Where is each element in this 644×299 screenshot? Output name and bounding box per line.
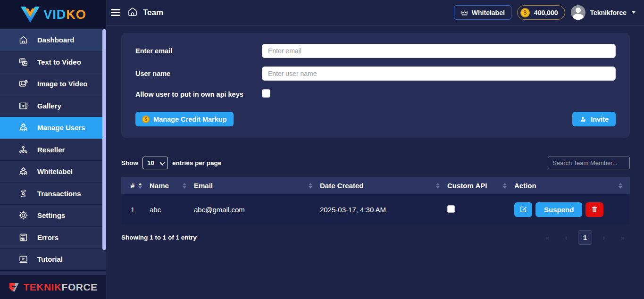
pagination-next[interactable]: › xyxy=(597,230,611,245)
sort-icon[interactable] xyxy=(619,183,622,189)
sidebar-nav: Dashboard Text to Video Image to Video G… xyxy=(0,29,106,275)
sidebar-item-label: Gallery xyxy=(37,102,61,110)
trash-icon xyxy=(591,206,598,213)
coin-icon: $ xyxy=(520,8,530,17)
gallery-icon xyxy=(18,100,28,111)
column-header-num[interactable]: # xyxy=(131,177,150,194)
tutorial-icon xyxy=(18,254,28,265)
delete-button[interactable] xyxy=(585,202,603,217)
pagination-prev[interactable]: ‹ xyxy=(559,230,573,245)
whitelabel-button[interactable]: Whitelabel xyxy=(454,5,511,20)
teknikforce-logo[interactable]: TEKNIKFORCE xyxy=(0,275,106,299)
invite-button[interactable]: Invite xyxy=(572,112,616,126)
page-size-select[interactable]: 10 xyxy=(142,157,168,169)
errors-icon xyxy=(18,232,28,242)
column-header-custom-api[interactable]: Custom API xyxy=(447,177,514,194)
column-header-email[interactable]: Email xyxy=(194,177,320,194)
email-label: Enter email xyxy=(135,47,262,55)
sidebar-item-image-to-video[interactable]: Image to Video xyxy=(0,73,106,95)
sidebar-item-label: Dashboard xyxy=(37,36,74,44)
sidebar-item-reseller[interactable]: Reseller xyxy=(0,139,106,161)
vidko-logo-icon xyxy=(20,6,41,24)
user-name: Teknikforce xyxy=(590,9,627,17)
api-keys-label: Allow user to put in own api keys xyxy=(135,91,262,98)
custom-api-checkbox[interactable] xyxy=(447,205,455,213)
hamburger-menu-icon[interactable] xyxy=(111,9,120,16)
credits-amount: 400,000 xyxy=(534,9,558,17)
sidebar-item-tutorial[interactable]: Tutorial xyxy=(0,249,106,271)
sidebar-item-manage-users[interactable]: Manage Users xyxy=(0,117,106,139)
manage-users-icon xyxy=(18,123,28,133)
show-label: Show xyxy=(121,159,138,166)
invite-button-label: Invite xyxy=(591,116,609,123)
column-header-date-created[interactable]: Date Created xyxy=(320,177,447,194)
suspend-button[interactable]: Suspend xyxy=(535,202,582,217)
pagination-page-1[interactable]: 1 xyxy=(578,230,592,245)
settings-gear-icon xyxy=(18,210,28,221)
table-footer: Showing 1 to 1 of 1 entry « ‹ 1 › » xyxy=(121,230,630,245)
username-field[interactable] xyxy=(262,66,616,81)
edit-button[interactable] xyxy=(514,202,532,217)
column-header-name[interactable]: Name xyxy=(150,177,194,194)
manage-credit-markup-label: Manage Credit Markup xyxy=(153,116,227,123)
api-keys-checkbox[interactable] xyxy=(262,89,270,98)
sidebar-item-gallery[interactable]: Gallery xyxy=(0,95,106,117)
pagination-last[interactable]: » xyxy=(616,230,630,245)
sort-icon[interactable] xyxy=(183,183,186,189)
main-area: Team Whitelabel $ 400,000 Teknikforce En… xyxy=(106,0,644,299)
chevron-down-icon xyxy=(632,11,636,14)
edit-pencil-icon xyxy=(519,206,527,213)
team-table: # Name Email Date Created Custom API xyxy=(121,177,630,224)
column-header-action[interactable]: Action xyxy=(514,177,630,194)
suspend-button-label: Suspend xyxy=(544,206,574,214)
table-controls: Show 10 entries per page xyxy=(121,157,630,169)
row-email: abc@gmail.com xyxy=(194,206,320,214)
search-input[interactable] xyxy=(548,157,630,169)
credits-badge[interactable]: $ 400,000 xyxy=(517,5,566,20)
entries-summary: Showing 1 to 1 of 1 entry xyxy=(121,234,197,241)
sidebar-item-label: Image to Video xyxy=(37,80,87,88)
sidebar-item-whitelabel[interactable]: Whitelabel xyxy=(0,161,106,183)
sidebar-item-label: Settings xyxy=(37,211,65,219)
sidebar-item-settings[interactable]: Settings xyxy=(0,205,106,227)
home-icon xyxy=(18,35,28,45)
sidebar-item-errors[interactable]: Errors xyxy=(0,227,106,249)
avatar xyxy=(571,5,585,20)
person-add-icon xyxy=(579,116,587,123)
sort-icon[interactable] xyxy=(309,183,312,189)
page-title: Team xyxy=(143,8,163,17)
pagination-first[interactable]: « xyxy=(540,230,554,245)
sort-icon[interactable] xyxy=(503,183,507,189)
sidebar-item-label: Whitelabel xyxy=(37,167,73,175)
breadcrumb-home-icon[interactable] xyxy=(127,6,138,19)
row-name: abc xyxy=(150,206,194,214)
reseller-icon xyxy=(18,144,28,155)
sidebar: VIDKO Dashboard Text to Video Image to V… xyxy=(0,0,106,299)
sidebar-item-transactions[interactable]: Transactions xyxy=(0,183,106,205)
row-actions: Suspend xyxy=(514,202,630,217)
sidebar-item-text-to-video[interactable]: Text to Video xyxy=(0,51,106,74)
row-date-created: 2025-03-17, 4:30 AM xyxy=(320,206,447,214)
content: Enter email User name Allow user to put … xyxy=(106,25,644,299)
sidebar-item-label: Errors xyxy=(37,233,59,241)
sort-icon[interactable] xyxy=(138,183,142,189)
sidebar-scrollbar[interactable] xyxy=(102,29,106,250)
sidebar-item-dashboard[interactable]: Dashboard xyxy=(0,29,106,51)
sort-icon[interactable] xyxy=(436,183,440,189)
user-menu[interactable]: Teknikforce xyxy=(571,5,636,20)
crown-icon xyxy=(460,8,468,17)
transactions-icon xyxy=(18,188,28,199)
invite-form-card: Enter email User name Allow user to put … xyxy=(121,33,630,138)
email-field[interactable] xyxy=(262,44,616,58)
manage-credit-markup-button[interactable]: $ Manage Credit Markup xyxy=(135,112,234,126)
vidko-logo[interactable]: VIDKO xyxy=(0,0,106,29)
teknikforce-logo-text: TEKNIKFORCE xyxy=(23,282,97,293)
pagination: « ‹ 1 › » xyxy=(540,230,630,245)
entries-label: entries per page xyxy=(172,159,221,166)
page-size-select-wrap: 10 xyxy=(142,157,168,169)
image-to-video-icon xyxy=(18,79,28,89)
sidebar-item-label: Text to Video xyxy=(37,58,81,66)
table-header-row: # Name Email Date Created Custom API xyxy=(121,177,630,194)
coin-icon: $ xyxy=(142,116,150,123)
table-row: 1 abc abc@gmail.com 2025-03-17, 4:30 AM … xyxy=(121,194,630,224)
